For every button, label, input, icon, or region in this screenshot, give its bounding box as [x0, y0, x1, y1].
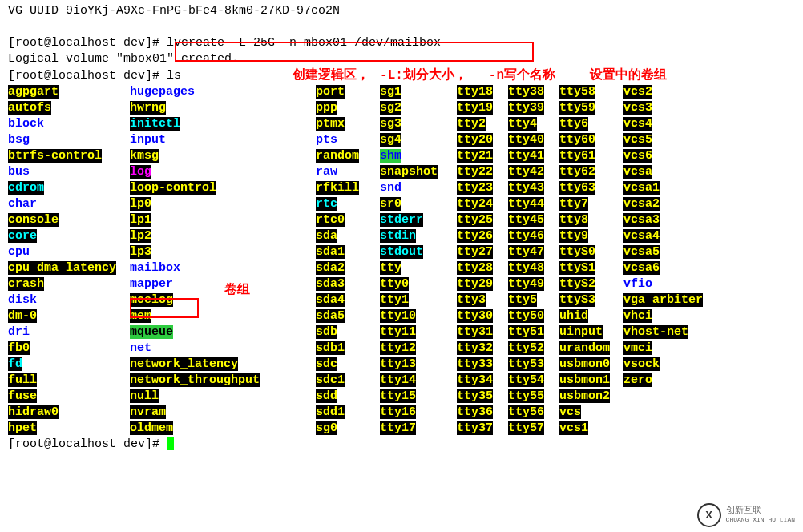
file-ttyS0: ttyS0 [559, 245, 595, 259]
file-stdout: stdout [380, 245, 423, 259]
file-vfio: vfio [623, 277, 652, 291]
file-sg3: sg3 [380, 117, 402, 131]
file-tty60: tty60 [559, 133, 595, 147]
file-vcs5: vcs5 [623, 133, 652, 147]
file-tty46: tty46 [508, 229, 544, 243]
file-fuse: fuse [8, 389, 37, 403]
file-usbmon1: usbmon1 [559, 373, 610, 387]
file-tty19: tty19 [457, 101, 493, 115]
file-hwrng: hwrng [130, 101, 166, 115]
file-stderr: stderr [380, 213, 423, 227]
file-tty8: tty8 [559, 213, 588, 227]
file-lp0: lp0 [130, 197, 151, 211]
file-tty58: tty58 [559, 85, 595, 99]
file-block: block [8, 117, 44, 131]
file-tty34: tty34 [457, 373, 493, 387]
file-tty20: tty20 [457, 133, 493, 147]
file-null: null [130, 389, 159, 403]
cmd-line-3[interactable]: [root@localhost dev]# [8, 437, 795, 453]
file-tty9: tty9 [559, 229, 588, 243]
file-tty21: tty21 [457, 149, 493, 163]
prompt: [root@localhost dev]# [8, 36, 167, 50]
file-loop-control: loop-control [130, 181, 216, 195]
file-tty42: tty42 [508, 165, 544, 179]
annotation-group: 卷组 [224, 282, 250, 298]
file-vhost-net: vhost-net [623, 325, 688, 339]
file-sda: sda [316, 229, 337, 243]
file-sg1: sg1 [380, 85, 402, 99]
ls-output: agpgarthugepagesportsg1tty18tty38tty58vc… [8, 84, 795, 437]
file-full: full [8, 373, 37, 387]
file-log: log [130, 165, 151, 179]
file-sdc: sdc [316, 357, 337, 371]
file-tty4: tty4 [508, 117, 537, 131]
file-initctl: initctl [130, 117, 180, 131]
file-port: port [316, 85, 345, 99]
file-tty52: tty52 [508, 341, 544, 355]
file-sda3: sda3 [316, 277, 345, 291]
file-tty0: tty0 [380, 277, 409, 291]
file-snapshot: snapshot [380, 165, 438, 179]
file-tty16: tty16 [380, 405, 416, 419]
file-sda1: sda1 [316, 245, 345, 259]
file-tty47: tty47 [508, 245, 544, 259]
file-tty44: tty44 [508, 197, 544, 211]
file-lp1: lp1 [130, 213, 151, 227]
file-tty: tty [380, 261, 402, 275]
file-sdb: sdb [316, 325, 337, 339]
file-rtc: rtc [316, 197, 337, 211]
file-tty29: tty29 [457, 277, 493, 291]
file-tty30: tty30 [457, 309, 493, 323]
file-tty43: tty43 [508, 181, 544, 195]
file-zero: zero [623, 373, 652, 387]
file-tty49: tty49 [508, 277, 544, 291]
file-vcs6: vcs6 [623, 149, 652, 163]
file-sr0: sr0 [380, 197, 402, 211]
file-tty10: tty10 [380, 309, 416, 323]
file-tty17: tty17 [380, 421, 416, 435]
file-input: input [130, 133, 166, 147]
file-tty57: tty57 [508, 421, 544, 435]
file-tty2: tty2 [457, 117, 486, 131]
file-tty54: tty54 [508, 373, 544, 387]
file-sdb1: sdb1 [316, 341, 345, 355]
file-sg0: sg0 [316, 421, 337, 435]
file-sdd: sdd [316, 389, 337, 403]
file-cdrom: cdrom [8, 181, 44, 195]
file-tty62: tty62 [559, 165, 595, 179]
file-tty26: tty26 [457, 229, 493, 243]
annotation-vg: 设置中的卷组 [590, 68, 667, 83]
file-vmci: vmci [623, 341, 652, 355]
file-network_latency: network_latency [130, 357, 238, 371]
file-shm: shm [380, 149, 402, 163]
prompt: [root@localhost dev]# [8, 437, 167, 451]
file-ttyS3: ttyS3 [559, 293, 595, 307]
file-hpet: hpet [8, 421, 37, 435]
file-kmsg: kmsg [130, 149, 159, 163]
file-tty48: tty48 [508, 261, 544, 275]
command: ls [167, 69, 181, 83]
file-vcsa3: vcsa3 [623, 213, 660, 227]
file-random: random [316, 149, 359, 163]
file-dri: dri [8, 325, 30, 339]
file-tty3: tty3 [457, 293, 486, 307]
file-tty18: tty18 [457, 85, 493, 99]
file-char: char [8, 197, 37, 211]
file-tty56: tty56 [508, 405, 544, 419]
file-fb0: fb0 [8, 341, 30, 355]
highlight-box-mailbox [130, 298, 199, 318]
file-tty5: tty5 [508, 293, 537, 307]
file-sdc1: sdc1 [316, 373, 345, 387]
file-vcsa1: vcsa1 [623, 181, 660, 195]
file-tty7: tty7 [559, 197, 588, 211]
file-tty11: tty11 [380, 325, 416, 339]
file-uinput: uinput [559, 325, 603, 339]
file-lp2: lp2 [130, 229, 151, 243]
file-tty51: tty51 [508, 325, 544, 339]
file-autofs: autofs [8, 101, 51, 115]
file-tty50: tty50 [508, 309, 544, 323]
file-vcs: vcs [559, 405, 581, 419]
file-vcs1: vcs1 [559, 421, 588, 435]
file-tty22: tty22 [457, 165, 493, 179]
file-ptmx: ptmx [316, 117, 345, 131]
